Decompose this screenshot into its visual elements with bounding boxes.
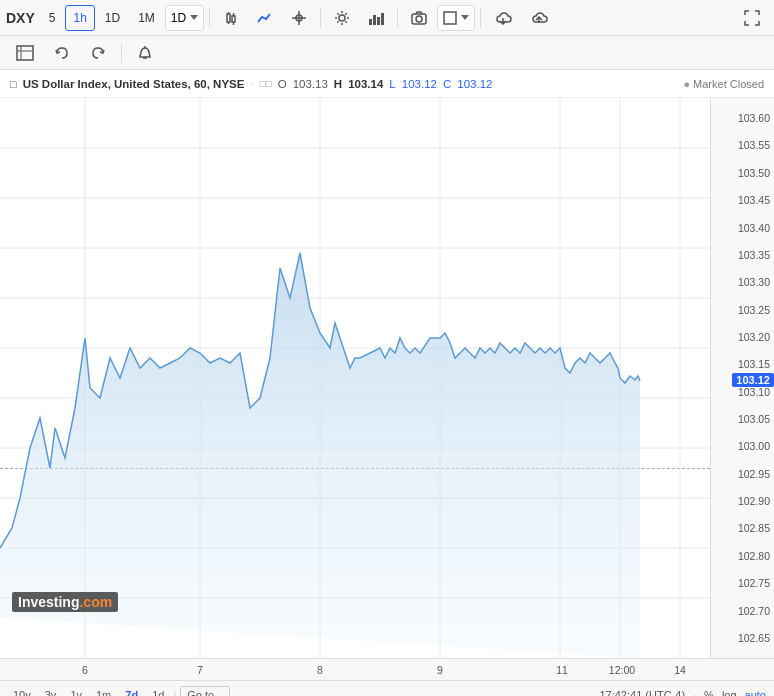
cloud-load-icon — [530, 11, 548, 25]
compare-icon — [16, 45, 34, 61]
candlestick-icon — [223, 10, 239, 26]
time-tick-14: 14 — [674, 664, 686, 676]
svg-rect-19 — [17, 46, 33, 60]
time-tick-8: 8 — [317, 664, 323, 676]
cloud-load-btn[interactable] — [522, 5, 556, 31]
y-axis: 103.60 103.55 103.50 103.45 103.40 103.3… — [710, 98, 774, 658]
bar-chart-btn[interactable] — [360, 5, 392, 31]
y-label-10335: 103.35 — [738, 249, 770, 261]
period-1m-btn[interactable]: 1m — [91, 687, 116, 697]
y-label-10355: 103.55 — [738, 139, 770, 151]
crosshair-btn[interactable] — [283, 5, 315, 31]
period-1d-btn[interactable]: 1d — [147, 687, 169, 697]
interval-dropdown[interactable]: 1D — [165, 5, 204, 31]
y-label-10340: 103.40 — [738, 222, 770, 234]
line-chart-icon — [257, 10, 273, 26]
layout-chevron-icon — [461, 15, 469, 20]
period-3y-btn[interactable]: 3y — [40, 687, 62, 697]
chart-icon: □ — [10, 78, 17, 90]
zoom-pct-btn[interactable]: % — [704, 689, 714, 697]
svg-rect-3 — [232, 16, 235, 22]
y-label-10315: 103.15 — [738, 358, 770, 370]
ohlc-l-label: L — [389, 78, 395, 90]
chart-title: US Dollar Index, United States, 60, NYSE — [23, 78, 245, 90]
svg-rect-13 — [381, 13, 384, 25]
current-price-badge: 103.12 — [732, 373, 774, 387]
undo-btn[interactable] — [46, 40, 78, 66]
svg-rect-0 — [227, 14, 230, 22]
time-tick-11: 11 — [556, 664, 568, 676]
ohlc-h-label: H — [334, 78, 342, 90]
price-chart[interactable] — [0, 98, 710, 658]
log-btn[interactable]: log — [722, 689, 737, 697]
ohlc-h-value: 103.14 — [348, 78, 383, 90]
interval-1m-btn[interactable]: 1M — [130, 5, 163, 31]
compare-btn[interactable] — [8, 40, 42, 66]
y-label-10275: 102.75 — [738, 577, 770, 589]
period-10y-btn[interactable]: 10y — [8, 687, 36, 697]
period-1y-btn[interactable]: 1y — [65, 687, 87, 697]
ohlc-c-label: C — [443, 78, 451, 90]
auto-btn[interactable]: auto — [745, 689, 766, 697]
market-status: Market Closed — [683, 78, 764, 90]
y-label-10280: 102.80 — [738, 550, 770, 562]
timestamp: 17:42:41 (UTC-4) — [599, 689, 685, 697]
toolbar-second — [0, 36, 774, 70]
interval-5-btn[interactable]: 5 — [41, 5, 64, 31]
gear-icon — [334, 10, 350, 26]
camera-btn[interactable] — [403, 5, 435, 31]
interval-1d-btn[interactable]: 1D — [97, 5, 128, 31]
time-tick-7: 7 — [197, 664, 203, 676]
bottom-sep-1: | — [173, 689, 176, 697]
y-label-10265: 102.65 — [738, 632, 770, 644]
symbol-label: DXY — [6, 10, 35, 26]
y-label-10300: 103.00 — [738, 440, 770, 452]
bottom-bar: 10y 3y 1y 1m 7d 1d | Go to... 17:42:41 (… — [0, 680, 774, 696]
svg-rect-16 — [444, 12, 456, 24]
ohlc-o-value: 103.13 — [293, 78, 328, 90]
layout-dropdown[interactable] — [437, 5, 475, 31]
svg-rect-10 — [369, 19, 372, 25]
alert-btn[interactable] — [129, 40, 161, 66]
alert-icon — [137, 45, 153, 61]
ohlc-o-label: O — [278, 78, 287, 90]
watermark: Investing.com — [12, 592, 118, 612]
fullscreen-icon — [744, 10, 760, 26]
svg-point-15 — [416, 16, 422, 22]
interval-compare-label: 1D — [171, 11, 186, 25]
bottom-sep-2: · — [693, 689, 696, 697]
separator-3 — [397, 8, 398, 28]
ohlc-c-value: 103.12 — [457, 78, 492, 90]
y-label-10270: 102.70 — [738, 605, 770, 617]
redo-icon — [90, 45, 106, 61]
interval-1h-btn[interactable]: 1h — [65, 5, 94, 31]
time-tick-9: 9 — [437, 664, 443, 676]
y-label-10330: 103.30 — [738, 276, 770, 288]
svg-rect-11 — [373, 15, 376, 25]
redo-btn[interactable] — [82, 40, 114, 66]
chart-container[interactable]: 103.60 103.55 103.50 103.45 103.40 103.3… — [0, 98, 774, 658]
chart-infobar: □ US Dollar Index, United States, 60, NY… — [0, 70, 774, 98]
ohlc-l-value: 103.12 — [402, 78, 437, 90]
time-tick-1200: 12:00 — [609, 664, 635, 676]
cloud-save-btn[interactable] — [486, 5, 520, 31]
chart-type-indicator: □□ — [260, 78, 272, 89]
undo-icon — [54, 45, 70, 61]
line-chart-btn[interactable] — [249, 5, 281, 31]
period-7d-btn[interactable]: 7d — [120, 687, 143, 697]
camera-icon — [411, 10, 427, 26]
y-label-10285: 102.85 — [738, 522, 770, 534]
separator-5 — [121, 43, 122, 63]
y-label-10310: 103.10 — [738, 386, 770, 398]
goto-btn[interactable]: Go to... — [180, 686, 230, 697]
chevron-down-icon — [190, 15, 198, 20]
settings-btn[interactable] — [326, 5, 358, 31]
y-label-10350: 103.50 — [738, 167, 770, 179]
crosshair-icon — [291, 10, 307, 26]
y-label-10360: 103.60 — [738, 112, 770, 124]
fullscreen-btn[interactable] — [736, 5, 768, 31]
separator-1 — [209, 8, 210, 28]
time-tick-6: 6 — [82, 664, 88, 676]
toolbar-top: DXY 5 1h 1D 1M 1D — [0, 0, 774, 36]
chart-type-btn[interactable] — [215, 5, 247, 31]
